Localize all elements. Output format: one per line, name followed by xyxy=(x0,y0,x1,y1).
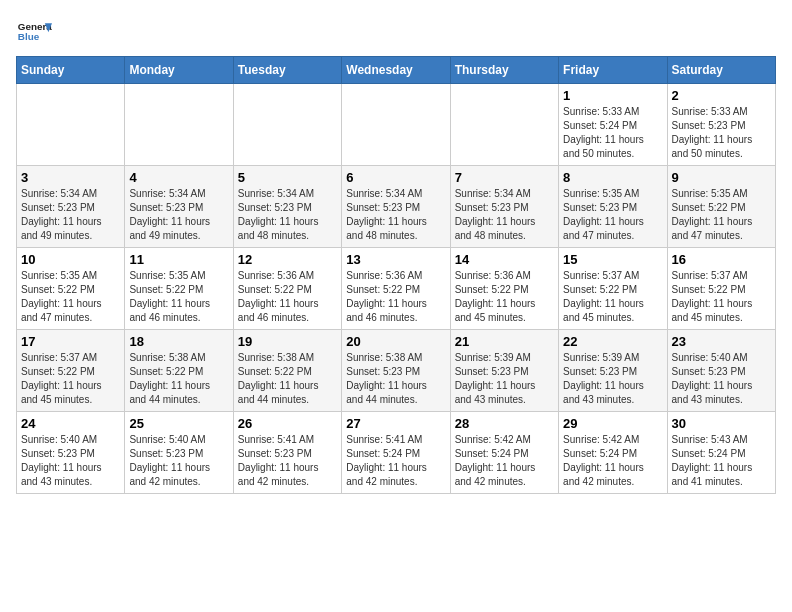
calendar-cell: 11Sunrise: 5:35 AM Sunset: 5:22 PM Dayli… xyxy=(125,248,233,330)
day-number: 3 xyxy=(21,170,120,185)
day-info: Sunrise: 5:41 AM Sunset: 5:23 PM Dayligh… xyxy=(238,433,337,489)
day-info: Sunrise: 5:34 AM Sunset: 5:23 PM Dayligh… xyxy=(238,187,337,243)
day-number: 9 xyxy=(672,170,771,185)
weekday-header: Thursday xyxy=(450,57,558,84)
day-info: Sunrise: 5:40 AM Sunset: 5:23 PM Dayligh… xyxy=(672,351,771,407)
logo: General Blue xyxy=(16,16,52,52)
day-number: 17 xyxy=(21,334,120,349)
weekday-header: Sunday xyxy=(17,57,125,84)
day-number: 7 xyxy=(455,170,554,185)
day-number: 11 xyxy=(129,252,228,267)
calendar-cell: 9Sunrise: 5:35 AM Sunset: 5:22 PM Daylig… xyxy=(667,166,775,248)
day-number: 29 xyxy=(563,416,662,431)
calendar-cell: 18Sunrise: 5:38 AM Sunset: 5:22 PM Dayli… xyxy=(125,330,233,412)
calendar-cell: 16Sunrise: 5:37 AM Sunset: 5:22 PM Dayli… xyxy=(667,248,775,330)
day-number: 14 xyxy=(455,252,554,267)
calendar-cell: 21Sunrise: 5:39 AM Sunset: 5:23 PM Dayli… xyxy=(450,330,558,412)
day-number: 19 xyxy=(238,334,337,349)
calendar-cell xyxy=(233,84,341,166)
day-number: 24 xyxy=(21,416,120,431)
calendar-cell: 28Sunrise: 5:42 AM Sunset: 5:24 PM Dayli… xyxy=(450,412,558,494)
weekday-header: Monday xyxy=(125,57,233,84)
calendar-cell: 5Sunrise: 5:34 AM Sunset: 5:23 PM Daylig… xyxy=(233,166,341,248)
day-info: Sunrise: 5:43 AM Sunset: 5:24 PM Dayligh… xyxy=(672,433,771,489)
calendar-body: 1Sunrise: 5:33 AM Sunset: 5:24 PM Daylig… xyxy=(17,84,776,494)
day-info: Sunrise: 5:36 AM Sunset: 5:22 PM Dayligh… xyxy=(238,269,337,325)
calendar-cell: 15Sunrise: 5:37 AM Sunset: 5:22 PM Dayli… xyxy=(559,248,667,330)
calendar-cell: 12Sunrise: 5:36 AM Sunset: 5:22 PM Dayli… xyxy=(233,248,341,330)
day-number: 18 xyxy=(129,334,228,349)
day-number: 27 xyxy=(346,416,445,431)
calendar-cell: 14Sunrise: 5:36 AM Sunset: 5:22 PM Dayli… xyxy=(450,248,558,330)
calendar-cell: 27Sunrise: 5:41 AM Sunset: 5:24 PM Dayli… xyxy=(342,412,450,494)
day-info: Sunrise: 5:37 AM Sunset: 5:22 PM Dayligh… xyxy=(563,269,662,325)
day-number: 5 xyxy=(238,170,337,185)
day-number: 1 xyxy=(563,88,662,103)
day-number: 10 xyxy=(21,252,120,267)
calendar-week-row: 1Sunrise: 5:33 AM Sunset: 5:24 PM Daylig… xyxy=(17,84,776,166)
day-info: Sunrise: 5:39 AM Sunset: 5:23 PM Dayligh… xyxy=(455,351,554,407)
day-number: 25 xyxy=(129,416,228,431)
day-info: Sunrise: 5:33 AM Sunset: 5:23 PM Dayligh… xyxy=(672,105,771,161)
calendar-cell: 23Sunrise: 5:40 AM Sunset: 5:23 PM Dayli… xyxy=(667,330,775,412)
calendar-cell: 29Sunrise: 5:42 AM Sunset: 5:24 PM Dayli… xyxy=(559,412,667,494)
weekday-header: Friday xyxy=(559,57,667,84)
day-info: Sunrise: 5:42 AM Sunset: 5:24 PM Dayligh… xyxy=(563,433,662,489)
day-number: 26 xyxy=(238,416,337,431)
day-info: Sunrise: 5:38 AM Sunset: 5:23 PM Dayligh… xyxy=(346,351,445,407)
day-info: Sunrise: 5:41 AM Sunset: 5:24 PM Dayligh… xyxy=(346,433,445,489)
day-info: Sunrise: 5:42 AM Sunset: 5:24 PM Dayligh… xyxy=(455,433,554,489)
calendar-week-row: 17Sunrise: 5:37 AM Sunset: 5:22 PM Dayli… xyxy=(17,330,776,412)
calendar-cell: 25Sunrise: 5:40 AM Sunset: 5:23 PM Dayli… xyxy=(125,412,233,494)
calendar-table: SundayMondayTuesdayWednesdayThursdayFrid… xyxy=(16,56,776,494)
day-info: Sunrise: 5:34 AM Sunset: 5:23 PM Dayligh… xyxy=(21,187,120,243)
day-info: Sunrise: 5:35 AM Sunset: 5:22 PM Dayligh… xyxy=(672,187,771,243)
calendar-cell: 26Sunrise: 5:41 AM Sunset: 5:23 PM Dayli… xyxy=(233,412,341,494)
day-number: 13 xyxy=(346,252,445,267)
day-info: Sunrise: 5:38 AM Sunset: 5:22 PM Dayligh… xyxy=(129,351,228,407)
calendar-cell: 2Sunrise: 5:33 AM Sunset: 5:23 PM Daylig… xyxy=(667,84,775,166)
day-number: 4 xyxy=(129,170,228,185)
day-info: Sunrise: 5:34 AM Sunset: 5:23 PM Dayligh… xyxy=(455,187,554,243)
calendar-cell: 4Sunrise: 5:34 AM Sunset: 5:23 PM Daylig… xyxy=(125,166,233,248)
calendar-cell: 6Sunrise: 5:34 AM Sunset: 5:23 PM Daylig… xyxy=(342,166,450,248)
logo-icon: General Blue xyxy=(16,16,52,52)
calendar-week-row: 10Sunrise: 5:35 AM Sunset: 5:22 PM Dayli… xyxy=(17,248,776,330)
day-number: 12 xyxy=(238,252,337,267)
day-number: 2 xyxy=(672,88,771,103)
weekday-header: Wednesday xyxy=(342,57,450,84)
day-number: 15 xyxy=(563,252,662,267)
day-info: Sunrise: 5:35 AM Sunset: 5:22 PM Dayligh… xyxy=(21,269,120,325)
calendar-cell: 17Sunrise: 5:37 AM Sunset: 5:22 PM Dayli… xyxy=(17,330,125,412)
calendar-cell: 1Sunrise: 5:33 AM Sunset: 5:24 PM Daylig… xyxy=(559,84,667,166)
day-info: Sunrise: 5:39 AM Sunset: 5:23 PM Dayligh… xyxy=(563,351,662,407)
day-info: Sunrise: 5:36 AM Sunset: 5:22 PM Dayligh… xyxy=(455,269,554,325)
calendar-cell xyxy=(450,84,558,166)
calendar-cell: 24Sunrise: 5:40 AM Sunset: 5:23 PM Dayli… xyxy=(17,412,125,494)
svg-text:Blue: Blue xyxy=(18,31,40,42)
day-number: 28 xyxy=(455,416,554,431)
calendar-cell: 7Sunrise: 5:34 AM Sunset: 5:23 PM Daylig… xyxy=(450,166,558,248)
day-number: 8 xyxy=(563,170,662,185)
calendar-cell xyxy=(17,84,125,166)
calendar-cell: 30Sunrise: 5:43 AM Sunset: 5:24 PM Dayli… xyxy=(667,412,775,494)
day-info: Sunrise: 5:38 AM Sunset: 5:22 PM Dayligh… xyxy=(238,351,337,407)
day-info: Sunrise: 5:35 AM Sunset: 5:22 PM Dayligh… xyxy=(129,269,228,325)
calendar-header-row: SundayMondayTuesdayWednesdayThursdayFrid… xyxy=(17,57,776,84)
day-number: 21 xyxy=(455,334,554,349)
day-number: 22 xyxy=(563,334,662,349)
day-info: Sunrise: 5:35 AM Sunset: 5:23 PM Dayligh… xyxy=(563,187,662,243)
weekday-header: Tuesday xyxy=(233,57,341,84)
day-info: Sunrise: 5:34 AM Sunset: 5:23 PM Dayligh… xyxy=(129,187,228,243)
day-info: Sunrise: 5:37 AM Sunset: 5:22 PM Dayligh… xyxy=(21,351,120,407)
day-number: 23 xyxy=(672,334,771,349)
day-number: 16 xyxy=(672,252,771,267)
day-info: Sunrise: 5:40 AM Sunset: 5:23 PM Dayligh… xyxy=(21,433,120,489)
calendar-cell: 3Sunrise: 5:34 AM Sunset: 5:23 PM Daylig… xyxy=(17,166,125,248)
header: General Blue xyxy=(16,16,776,52)
calendar-cell xyxy=(342,84,450,166)
weekday-header: Saturday xyxy=(667,57,775,84)
day-info: Sunrise: 5:36 AM Sunset: 5:22 PM Dayligh… xyxy=(346,269,445,325)
calendar-cell: 19Sunrise: 5:38 AM Sunset: 5:22 PM Dayli… xyxy=(233,330,341,412)
calendar-cell: 13Sunrise: 5:36 AM Sunset: 5:22 PM Dayli… xyxy=(342,248,450,330)
